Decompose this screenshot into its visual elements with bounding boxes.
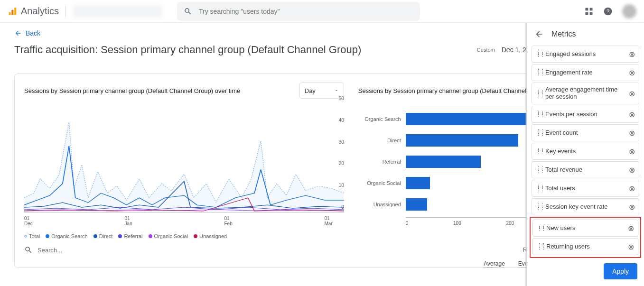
y-tick: 10 bbox=[339, 183, 344, 188]
remove-icon[interactable]: ⊗ bbox=[628, 242, 634, 251]
app-logo[interactable]: Analytics bbox=[8, 6, 59, 17]
metric-item[interactable]: ⋮⋮⋮⋮Average engagement time per session⊗ bbox=[532, 83, 639, 104]
remove-icon[interactable]: ⊗ bbox=[628, 224, 634, 233]
apps-icon[interactable] bbox=[584, 7, 594, 16]
page-title: Traffic acquisition: Session primary cha… bbox=[14, 44, 361, 56]
apply-button[interactable]: Apply bbox=[604, 263, 637, 279]
property-picker[interactable] bbox=[73, 6, 163, 17]
drag-handle-icon[interactable]: ⋮⋮⋮⋮ bbox=[536, 204, 541, 209]
column-header[interactable]: Engagementrate bbox=[414, 268, 457, 268]
drag-handle-icon[interactable]: ⋮⋮⋮⋮ bbox=[536, 52, 541, 56]
bar-label: Organic Search bbox=[358, 116, 401, 122]
legend-item[interactable]: Unassigned bbox=[194, 233, 227, 239]
help-icon[interactable]: ? bbox=[603, 7, 613, 16]
column-header[interactable]: Engagedsessions bbox=[380, 268, 414, 268]
bar-x-tick: 200 bbox=[506, 221, 514, 226]
search-icon bbox=[24, 246, 33, 254]
metric-item[interactable]: ⋮⋮⋮⋮Total users⊗ bbox=[532, 180, 639, 197]
global-search[interactable] bbox=[177, 2, 420, 21]
metric-item[interactable]: ⋮⋮⋮⋮New users⊗ bbox=[532, 220, 638, 237]
y-tick: 40 bbox=[339, 117, 344, 122]
bar-chart-title: Sessions by Session primary channel grou… bbox=[358, 87, 547, 94]
search-icon bbox=[184, 7, 192, 16]
remove-icon[interactable]: ⊗ bbox=[629, 89, 635, 98]
metric-item[interactable]: ⋮⋮⋮⋮Events per session⊗ bbox=[532, 106, 639, 123]
analytics-logo-icon bbox=[8, 7, 17, 16]
svg-rect-6 bbox=[590, 12, 593, 15]
custom-label: Custom bbox=[477, 47, 495, 53]
y-tick: 30 bbox=[339, 139, 344, 144]
remove-icon[interactable]: ⊗ bbox=[629, 166, 635, 175]
y-tick: 0 bbox=[341, 204, 344, 210]
metrics-panel: Metrics ⋮⋮⋮⋮Engaged sessions⊗⋮⋮⋮⋮Engagem… bbox=[526, 23, 644, 286]
search-input[interactable] bbox=[199, 8, 413, 15]
legend-item[interactable]: Referral bbox=[118, 233, 142, 239]
legend-item[interactable]: Organic Search bbox=[46, 233, 87, 239]
x-label: 01Dec bbox=[24, 216, 33, 226]
remove-icon[interactable]: ⊗ bbox=[629, 110, 635, 119]
line-chart-title: Sessions by Session primary channel grou… bbox=[24, 87, 240, 94]
remove-icon[interactable]: ⊗ bbox=[629, 184, 635, 193]
metric-item[interactable]: ⋮⋮⋮⋮Engaged sessions⊗ bbox=[532, 46, 639, 63]
remove-icon[interactable]: ⊗ bbox=[629, 50, 635, 59]
svg-rect-4 bbox=[590, 8, 593, 10]
back-label: Back bbox=[26, 29, 40, 37]
back-link[interactable]: Back bbox=[14, 29, 40, 37]
remove-icon[interactable]: ⊗ bbox=[629, 147, 635, 156]
metric-item[interactable]: ⋮⋮⋮⋮Session key event rate⊗ bbox=[532, 198, 639, 215]
metric-item[interactable]: ⋮⋮⋮⋮Total revenue⊗ bbox=[532, 161, 639, 178]
table-search-input[interactable] bbox=[37, 247, 518, 254]
svg-rect-3 bbox=[586, 8, 588, 10]
drag-handle-icon[interactable]: ⋮⋮⋮⋮ bbox=[536, 112, 541, 117]
bar-fill bbox=[406, 156, 481, 168]
bar-fill bbox=[406, 177, 430, 189]
drag-handle-icon[interactable]: ⋮⋮⋮⋮ bbox=[536, 91, 541, 96]
legend-item[interactable]: Total bbox=[24, 233, 40, 239]
arrow-left-icon[interactable] bbox=[534, 29, 544, 39]
svg-rect-1 bbox=[11, 9, 13, 15]
svg-rect-2 bbox=[14, 7, 16, 15]
svg-rect-0 bbox=[9, 12, 11, 15]
drag-handle-icon[interactable]: ⋮⋮⋮⋮ bbox=[536, 70, 541, 75]
granularity-select[interactable]: Day bbox=[299, 83, 344, 99]
legend-item[interactable]: Organic Social bbox=[149, 233, 188, 239]
line-legend: TotalOrganic SearchDirectReferralOrganic… bbox=[24, 233, 344, 239]
y-tick: 20 bbox=[339, 161, 344, 166]
svg-text:?: ? bbox=[607, 8, 610, 14]
bar-x-tick: 0 bbox=[406, 221, 409, 226]
remove-icon[interactable]: ⊗ bbox=[629, 203, 635, 212]
bar-fill bbox=[406, 134, 518, 147]
highlighted-metrics: ⋮⋮⋮⋮New users⊗⋮⋮⋮⋮Returning users⊗ bbox=[530, 217, 641, 258]
drag-handle-icon[interactable]: ⋮⋮⋮⋮ bbox=[536, 186, 541, 191]
chevron-down-icon bbox=[334, 88, 339, 93]
column-header[interactable]: Averageengagementtime per session bbox=[457, 260, 510, 268]
metric-item[interactable]: ⋮⋮⋮⋮Engagement rate⊗ bbox=[532, 64, 639, 81]
avatar[interactable] bbox=[622, 4, 636, 18]
remove-icon[interactable]: ⊗ bbox=[629, 68, 635, 77]
metric-item[interactable]: ⋮⋮⋮⋮Returning users⊗ bbox=[532, 238, 638, 255]
bar-x-tick: 100 bbox=[453, 221, 461, 226]
metric-item[interactable]: ⋮⋮⋮⋮Key events⊗ bbox=[532, 143, 639, 160]
remove-icon[interactable]: ⊗ bbox=[629, 129, 635, 138]
drag-handle-icon[interactable]: ⋮⋮⋮⋮ bbox=[536, 167, 541, 172]
drag-handle-icon[interactable]: ⋮⋮⋮⋮ bbox=[536, 149, 541, 154]
x-label: 01Mar bbox=[325, 216, 333, 226]
panel-title: Metrics bbox=[551, 30, 576, 38]
bar-label: Direct bbox=[358, 138, 401, 143]
drag-handle-icon[interactable]: ⋮⋮⋮⋮ bbox=[537, 226, 542, 231]
drag-handle-icon[interactable]: ⋮⋮⋮⋮ bbox=[537, 244, 542, 249]
bar-label: Organic Social bbox=[358, 180, 401, 186]
line-chart: 01020304050 01Dec01Jan01Feb01Mar bbox=[24, 103, 344, 212]
x-label: 01Feb bbox=[224, 216, 232, 226]
bar-label: Referral bbox=[358, 159, 401, 165]
bar-fill bbox=[406, 198, 427, 211]
product-name: Analytics bbox=[21, 6, 59, 17]
drag-handle-icon[interactable]: ⋮⋮⋮⋮ bbox=[536, 130, 541, 135]
divider bbox=[65, 6, 66, 17]
line-chart-svg bbox=[24, 103, 344, 212]
y-tick: 50 bbox=[339, 96, 344, 101]
metric-item[interactable]: ⋮⋮⋮⋮Event count⊗ bbox=[532, 124, 639, 141]
arrow-left-icon bbox=[14, 29, 22, 37]
legend-item[interactable]: Direct bbox=[93, 233, 113, 239]
svg-rect-5 bbox=[586, 12, 588, 15]
